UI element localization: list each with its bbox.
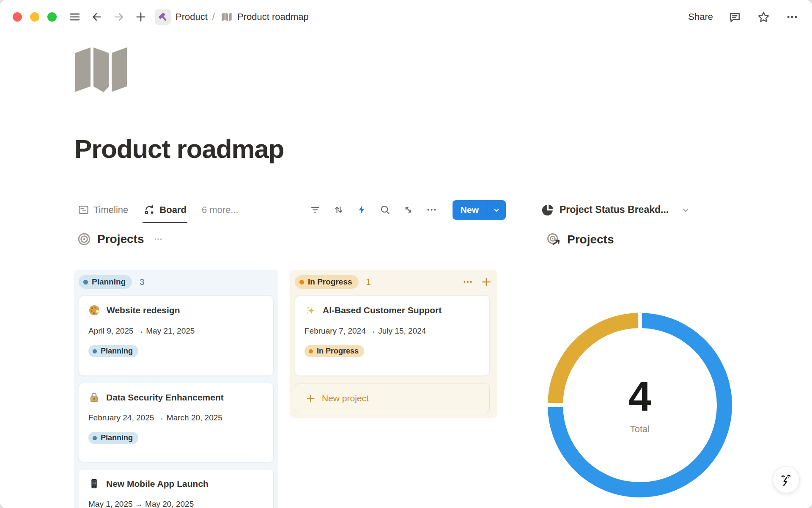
board-icon xyxy=(143,204,155,216)
chart-panel-title[interactable]: Project Status Breakd... xyxy=(560,204,669,215)
chevron-down-icon[interactable] xyxy=(680,204,691,215)
new-project-button[interactable]: New project xyxy=(295,384,490,413)
status-dot-yellow xyxy=(299,280,304,284)
view-tabs-row: Timeline Board 6 more... xyxy=(78,197,506,223)
new-dropdown-button[interactable] xyxy=(487,200,506,220)
tab-board[interactable]: Board xyxy=(143,197,187,223)
chart-section-title: Projects xyxy=(567,233,614,246)
ai-face-icon xyxy=(779,472,794,487)
forward-arrow-icon xyxy=(112,11,125,23)
sort-button[interactable] xyxy=(333,204,345,216)
chart-panel-header: Project Status Breakd... xyxy=(541,197,738,223)
new-project-label: New project xyxy=(322,393,369,403)
new-page-button[interactable] xyxy=(134,10,148,24)
map-icon xyxy=(221,11,233,23)
status-badge: Planning xyxy=(88,432,138,444)
status-dot-blue xyxy=(83,280,88,284)
minimize-window-button[interactable] xyxy=(30,12,39,22)
tab-timeline[interactable]: Timeline xyxy=(78,197,128,223)
column-add-card-button[interactable] xyxy=(481,276,492,287)
status-badge-label: Planning xyxy=(101,347,133,356)
status-dot-yellow xyxy=(309,349,313,353)
window-controls xyxy=(13,12,57,22)
page-title: Product roadmap xyxy=(74,134,284,164)
hammer-icon xyxy=(157,11,168,22)
breadcrumb-teamspace[interactable]: Product xyxy=(176,11,208,22)
card-dates: February 24, 2025 → March 20, 2025 xyxy=(88,413,264,422)
teamspace-icon-button[interactable] xyxy=(155,9,171,25)
card-ai-customer-support[interactable]: AI-Based Customer Support February 7, 20… xyxy=(295,295,490,376)
donut-total-label: Total xyxy=(630,424,650,435)
planning-column-pill[interactable]: Planning xyxy=(79,275,132,289)
in-progress-column-pill[interactable]: In Progress xyxy=(295,275,359,289)
card-dates: February 7, 2024 → July 15, 2024 xyxy=(304,326,480,336)
planning-column-name: Planning xyxy=(92,277,126,287)
forward-button[interactable] xyxy=(112,10,126,24)
automations-button[interactable] xyxy=(356,204,368,216)
planning-column-count: 3 xyxy=(140,277,144,287)
card-title: Data Security Enhancement xyxy=(106,392,224,403)
more-options-button[interactable] xyxy=(785,10,799,24)
status-badge: Planning xyxy=(88,345,138,357)
card-website-redesign[interactable]: Website redesign April 9, 2025 → May 21,… xyxy=(79,295,274,376)
top-bar: Product / Product roadmap Share xyxy=(0,0,812,34)
chart-section-heading: Projects xyxy=(546,232,614,247)
palette-icon xyxy=(88,304,100,316)
breadcrumb-separator: / xyxy=(212,11,215,22)
lightning-icon xyxy=(356,204,368,215)
nav-controls xyxy=(68,10,148,24)
in-progress-column-count: 1 xyxy=(366,277,371,287)
breadcrumb-page[interactable]: Product roadmap xyxy=(237,11,309,22)
view-options-button[interactable] xyxy=(426,204,438,216)
filter-button[interactable] xyxy=(310,204,321,216)
card-dates: May 1, 2025 → May 20, 2025 xyxy=(88,500,264,508)
back-button[interactable] xyxy=(90,10,104,24)
in-progress-column-name: In Progress xyxy=(308,277,352,287)
ellipsis-icon xyxy=(462,276,473,287)
donut-center: 4 Total xyxy=(548,313,732,497)
section-options-button[interactable] xyxy=(153,234,164,245)
filter-icon xyxy=(310,204,321,215)
pie-icon xyxy=(541,204,554,216)
plus-icon xyxy=(305,393,316,404)
ellipsis-icon xyxy=(426,204,437,215)
search-button[interactable] xyxy=(379,204,391,216)
ellipsis-icon xyxy=(786,11,798,23)
zoom-window-button[interactable] xyxy=(47,12,57,22)
column-options-button[interactable] xyxy=(462,276,473,287)
card-title: New Mobile App Launch xyxy=(106,479,208,489)
comments-button[interactable] xyxy=(727,10,742,24)
status-badge-label: In Progress xyxy=(317,347,359,356)
app-window: Product / Product roadmap Share xyxy=(0,0,812,508)
status-badge: In Progress xyxy=(304,345,364,357)
status-dot-blue xyxy=(93,436,97,440)
favorite-button[interactable] xyxy=(756,10,771,24)
breadcrumb: Product / Product roadmap xyxy=(155,9,309,25)
in-progress-column-header: In Progress 1 xyxy=(295,274,492,290)
card-new-mobile-app[interactable]: New Mobile App Launch May 1, 2025 → May … xyxy=(79,469,274,508)
expand-button[interactable] xyxy=(403,204,414,216)
status-dot-blue xyxy=(93,349,97,353)
new-button[interactable]: New xyxy=(453,200,487,220)
topbar-actions: Share xyxy=(688,10,799,24)
card-title: AI-Based Customer Support xyxy=(323,305,442,315)
share-button[interactable]: Share xyxy=(688,11,713,22)
board-section-heading: Projects xyxy=(77,232,164,246)
sparkles-icon xyxy=(304,304,316,316)
target-arrow-icon xyxy=(546,232,561,247)
notion-ai-button[interactable] xyxy=(773,466,800,493)
sidebar-toggle-button[interactable] xyxy=(68,10,82,24)
comment-icon xyxy=(728,11,741,24)
plus-icon xyxy=(480,276,492,288)
target-icon xyxy=(77,232,91,246)
card-data-security[interactable]: Data Security Enhancement February 24, 2… xyxy=(79,383,274,462)
close-window-button[interactable] xyxy=(13,12,22,22)
board-column-in-progress: In Progress 1 xyxy=(290,270,497,418)
board-column-planning: Planning 3 Website redesign April 9, 202… xyxy=(74,270,278,508)
status-donut-chart[interactable]: 4 Total xyxy=(548,313,732,497)
page-icon-map[interactable] xyxy=(75,47,127,94)
view-toolbar: New xyxy=(310,200,506,220)
tabs-more-button[interactable]: 6 more... xyxy=(202,204,239,215)
star-icon xyxy=(757,11,770,24)
donut-total-value: 4 xyxy=(628,375,652,417)
